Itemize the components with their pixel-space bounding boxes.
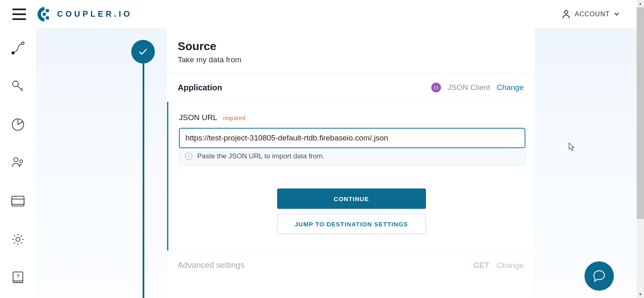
logo[interactable]: COUPLER.IO xyxy=(37,7,132,22)
sidebar: ? xyxy=(0,28,36,298)
application-section: Application { } JSON Client Change xyxy=(167,74,534,102)
sidebar-item-flows[interactable] xyxy=(10,40,26,56)
json-url-section: JSON URL required i Paste the JSON URL t… xyxy=(167,102,534,250)
logo-text: COUPLER.IO xyxy=(57,9,132,19)
svg-rect-11 xyxy=(12,196,24,204)
sidebar-item-usage[interactable] xyxy=(10,116,26,133)
continue-button[interactable]: CONTINUE xyxy=(277,188,426,209)
svg-point-8 xyxy=(14,158,18,162)
sidebar-item-help[interactable]: ? xyxy=(10,270,26,286)
mouse-cursor-icon xyxy=(569,142,576,151)
card-icon xyxy=(11,195,25,207)
info-icon: i xyxy=(185,153,192,160)
account-menu[interactable]: ACCOUNT xyxy=(562,9,632,19)
sidebar-item-billing[interactable] xyxy=(10,193,26,209)
top-header: COUPLER.IO ACCOUNT xyxy=(0,0,644,28)
key-icon xyxy=(11,79,25,94)
svg-point-3 xyxy=(565,11,568,14)
jump-destination-button[interactable]: JUMP TO DESTINATION SETTINGS xyxy=(277,214,426,234)
main-panel: Source Take my data from Application { }… xyxy=(167,28,535,298)
application-change-link[interactable]: Change xyxy=(496,83,524,92)
source-header: Source Take my data from xyxy=(167,28,534,74)
required-badge: required xyxy=(223,114,245,121)
svg-rect-0 xyxy=(46,9,49,12)
hint-text: Paste the JSON URL to import data from. xyxy=(197,152,324,160)
header-left: COUPLER.IO xyxy=(12,7,132,22)
http-method-value: GET xyxy=(473,261,489,270)
json-url-input[interactable] xyxy=(179,128,525,148)
advanced-section[interactable]: Advanced settings GET Change xyxy=(167,250,534,280)
svg-point-6 xyxy=(13,81,18,87)
sidebar-item-connections[interactable] xyxy=(10,78,26,94)
svg-point-4 xyxy=(22,42,24,44)
user-icon xyxy=(562,9,571,19)
step-complete-badge xyxy=(131,40,155,64)
sidebar-item-settings[interactable] xyxy=(10,231,26,248)
team-icon xyxy=(11,156,25,170)
chevron-down-icon xyxy=(614,12,620,16)
scroll-thumb[interactable] xyxy=(637,7,644,219)
json-url-label: JSON URL xyxy=(179,113,217,122)
help-book-icon: ? xyxy=(11,271,24,285)
button-group: CONTINUE JUMP TO DESTINATION SETTINGS xyxy=(179,188,524,234)
scrollbar[interactable]: ▲ ▼ xyxy=(637,0,644,298)
sidebar-item-team[interactable] xyxy=(10,155,26,171)
timeline-line xyxy=(143,40,144,298)
svg-point-5 xyxy=(12,52,14,54)
svg-rect-1 xyxy=(46,16,49,20)
advanced-change-link: Change xyxy=(496,261,524,270)
flow-icon xyxy=(11,41,25,55)
json-client-icon: { } xyxy=(431,83,441,92)
gear-icon xyxy=(11,232,25,246)
svg-rect-2 xyxy=(43,13,46,16)
json-url-hint: i Paste the JSON URL to import data from… xyxy=(179,147,525,166)
account-label: ACCOUNT xyxy=(575,11,610,18)
svg-text:?: ? xyxy=(16,273,19,279)
source-title: Source xyxy=(178,40,524,53)
application-label: Application xyxy=(178,83,222,92)
advanced-label: Advanced settings xyxy=(178,261,244,270)
application-name: JSON Client xyxy=(448,83,490,92)
hamburger-menu-icon[interactable] xyxy=(12,9,26,20)
svg-point-9 xyxy=(20,160,23,163)
help-fab[interactable] xyxy=(584,261,614,291)
chat-icon xyxy=(592,270,606,283)
check-icon xyxy=(138,48,148,56)
svg-point-13 xyxy=(16,237,20,241)
source-subtitle: Take my data from xyxy=(178,55,524,64)
logo-mark-icon xyxy=(37,7,51,22)
pie-chart-icon xyxy=(11,118,25,131)
scroll-down-icon[interactable]: ▼ xyxy=(637,291,644,298)
scroll-up-icon[interactable]: ▲ xyxy=(637,0,644,7)
